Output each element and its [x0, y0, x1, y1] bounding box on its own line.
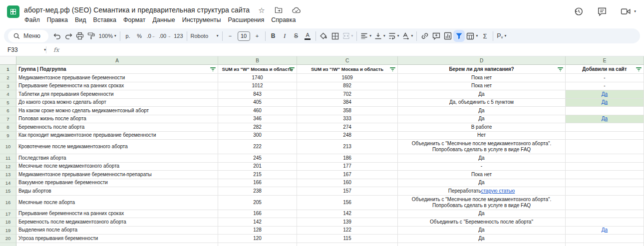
select-all-corner[interactable]: [0, 56, 16, 65]
cell-a[interactable]: Вакуумное прерывание беременности: [16, 179, 218, 188]
star-icon[interactable]: ☆: [258, 6, 265, 14]
cell-a[interactable]: Последствия аборта: [16, 154, 218, 163]
cell-a[interactable]: [16, 243, 218, 246]
cell-e[interactable]: [566, 196, 644, 210]
cell-d[interactable]: Объединить с "Месячные после медикаменто…: [398, 140, 566, 154]
row-number[interactable]: 19: [0, 227, 16, 235]
decrease-font-size-button[interactable]: −: [225, 30, 236, 42]
paint-format-button[interactable]: [86, 30, 97, 42]
cell-c[interactable]: 384: [297, 99, 398, 107]
header-cell-e[interactable]: Добавили на сайт: [566, 65, 644, 74]
menu-format[interactable]: Формат: [120, 15, 149, 24]
cell-e[interactable]: Да: [566, 90, 644, 99]
cell-d[interactable]: Да: [398, 179, 566, 188]
cell-a[interactable]: Медикаментозное прерывание беременности: [16, 74, 218, 82]
cell-c[interactable]: 1609: [297, 74, 398, 82]
row-number[interactable]: 14: [0, 179, 16, 188]
row-number[interactable]: 8: [0, 123, 16, 132]
cell-a[interactable]: До какого срока можно сделать аборт: [16, 99, 218, 107]
vertical-align-button[interactable]: ▾: [373, 30, 387, 42]
cell-e-link[interactable]: Да: [602, 116, 608, 122]
cell-b[interactable]: 201: [218, 163, 297, 171]
search-menus-button[interactable]: Меню: [8, 30, 48, 42]
name-box[interactable]: F33 ▾: [0, 46, 46, 53]
menu-view[interactable]: Вид: [71, 15, 90, 24]
row-number[interactable]: 16: [0, 196, 16, 210]
italic-button[interactable]: I: [279, 30, 291, 42]
cell-a[interactable]: Кровотечение после медикаментозного абор…: [16, 140, 218, 154]
cell-c[interactable]: 248: [297, 132, 398, 140]
cell-c[interactable]: 186: [297, 154, 398, 163]
menu-data[interactable]: Данные: [149, 15, 178, 24]
filter-views-button[interactable]: ▾: [465, 30, 479, 42]
merge-cells-button[interactable]: ▾: [341, 30, 355, 42]
row-number[interactable]: 12: [0, 163, 16, 171]
cell-d[interactable]: Да: [398, 235, 566, 243]
cell-c[interactable]: 702: [297, 90, 398, 99]
cell-e[interactable]: [566, 218, 644, 227]
menu-tools[interactable]: Инструменты: [179, 15, 225, 24]
cell-c[interactable]: 122: [297, 227, 398, 235]
cell-e[interactable]: [566, 163, 644, 171]
cell-d[interactable]: Объединить с "Месячные после медикаменто…: [398, 196, 566, 210]
cell-d[interactable]: Пока нет: [398, 171, 566, 179]
menu-edit[interactable]: Правка: [43, 15, 71, 24]
cell-c[interactable]: 139: [297, 218, 398, 227]
column-header-a[interactable]: A: [16, 56, 218, 65]
version-history-button[interactable]: [574, 6, 584, 16]
insert-link-button[interactable]: [419, 30, 430, 42]
cell-e[interactable]: [566, 171, 644, 179]
cell-c[interactable]: 213: [297, 140, 398, 154]
cell-b[interactable]: 1740: [218, 74, 297, 82]
row-number[interactable]: 1: [0, 65, 16, 74]
insert-comment-button[interactable]: [430, 30, 442, 42]
zoom-select[interactable]: 100%▾: [97, 30, 118, 42]
cell-e-link[interactable]: Да: [602, 91, 608, 97]
menu-extensions[interactable]: Расширения: [225, 15, 268, 24]
font-select[interactable]: Roboto▾: [189, 30, 220, 42]
filter-icon[interactable]: [558, 67, 563, 71]
row-number[interactable]: 10: [0, 140, 16, 154]
cell-a[interactable]: Прерывание беременности на ранних сроках: [16, 82, 218, 91]
cell-b[interactable]: 128: [218, 227, 297, 235]
column-header-b[interactable]: B: [218, 56, 297, 65]
cell-e[interactable]: -: [566, 74, 644, 82]
row-number[interactable]: 13: [0, 171, 16, 179]
row-number[interactable]: 17: [0, 210, 16, 219]
cell-d[interactable]: Объединить с "Беременность после аборта": [398, 218, 566, 227]
menu-file[interactable]: Файл: [21, 15, 43, 24]
cell-b[interactable]: 166: [218, 210, 297, 219]
cell-e[interactable]: [566, 140, 644, 154]
cell-d[interactable]: Да: [398, 154, 566, 163]
cell-c[interactable]: 167: [297, 171, 398, 179]
row-number[interactable]: 15: [0, 187, 16, 196]
cell-c[interactable]: 156: [297, 196, 398, 210]
cell-d[interactable]: Да, объединить с 5 пунктом: [398, 99, 566, 107]
row-number[interactable]: 11: [0, 154, 16, 163]
row-number[interactable]: 5: [0, 99, 16, 107]
horizontal-align-button[interactable]: ▾: [359, 30, 373, 42]
borders-button[interactable]: [329, 30, 341, 42]
filter-icon[interactable]: [210, 67, 216, 71]
cell-e[interactable]: [566, 243, 644, 246]
cell-d[interactable]: Пока нет: [398, 82, 566, 91]
cell-b[interactable]: 205: [218, 196, 297, 210]
column-header-e[interactable]: E: [566, 56, 644, 65]
cell-b[interactable]: 222: [218, 140, 297, 154]
cell-b[interactable]: 166: [218, 179, 297, 188]
menu-help[interactable]: Справка: [268, 15, 299, 24]
document-title[interactable]: аборт-мед.рф (SEO) Семантика и предварит…: [24, 6, 250, 14]
addon-button[interactable]: P v ▾: [495, 30, 508, 42]
cell-a[interactable]: Прерывание беременности на ранних сроках: [16, 210, 218, 219]
cell-e[interactable]: [566, 187, 644, 196]
move-folder-icon[interactable]: [275, 6, 283, 13]
header-cell-a[interactable]: Группа | Подгруппа: [16, 65, 218, 74]
row-number[interactable]: 20: [0, 235, 16, 243]
cell-a[interactable]: Виды абортов: [16, 187, 218, 196]
cell-a[interactable]: Половая жизнь после аборта: [16, 115, 218, 124]
strikethrough-button[interactable]: S: [291, 30, 302, 42]
cell-b[interactable]: 405: [218, 99, 297, 107]
cell-b[interactable]: 1012: [218, 82, 297, 91]
menu-insert[interactable]: Вставка: [90, 15, 120, 24]
cell-e-link[interactable]: Да: [602, 227, 608, 233]
